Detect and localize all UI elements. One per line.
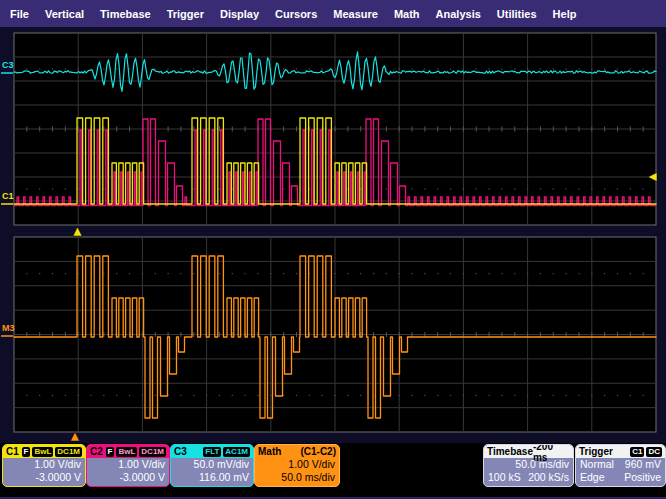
timebase-label: Timebase (487, 446, 533, 457)
dotted-tick (540, 395, 541, 396)
dotted-tick (52, 68, 53, 69)
dotted-tick (26, 395, 27, 396)
dotted-tick (424, 395, 425, 396)
dotted-tick (180, 273, 181, 274)
math-time-per-div: 50.0 ms/div (255, 471, 339, 484)
menu-item-utilities[interactable]: Utilities (489, 8, 545, 20)
dotted-tick (360, 273, 361, 274)
c1-offset: -3.0000 V (3, 471, 85, 484)
dotted-tick (309, 395, 310, 396)
dotted-tick (39, 395, 40, 396)
dotted-tick (283, 188, 284, 189)
dotted-tick (411, 188, 412, 189)
dotted-tick (257, 273, 258, 274)
dotted-tick (514, 188, 515, 189)
dotted-tick (501, 188, 502, 189)
dotted-tick (488, 273, 489, 274)
dotted-tick (437, 273, 438, 274)
dotted-tick (630, 273, 631, 274)
dotted-tick (540, 188, 541, 189)
dotted-tick (103, 68, 104, 69)
timebase-descriptor[interactable]: Timebase -200 ms 50.0 ms/div 100 kS 200 … (483, 444, 574, 487)
c2-label: C2 (90, 446, 103, 457)
dotted-tick (52, 188, 53, 189)
dotted-tick (604, 188, 605, 189)
menu-item-trigger[interactable]: Trigger (159, 8, 212, 20)
dotted-tick (322, 68, 323, 69)
menu-item-math[interactable]: Math (386, 8, 428, 20)
dotted-tick (334, 273, 335, 274)
channel-descriptor-c1[interactable]: C1 FBwLDC1M 1.00 V/div -3.0000 V (2, 444, 86, 487)
dotted-tick (26, 188, 27, 189)
dotted-tick (566, 395, 567, 396)
dotted-tick (347, 68, 348, 69)
waveform-display: C3C1M3 (0, 0, 666, 499)
trigger-time-marker[interactable] (73, 227, 82, 236)
dotted-tick (193, 395, 194, 396)
channel-descriptor-c3[interactable]: C3 FLTAC1M 50.0 mV/div 116.00 mV (170, 444, 254, 487)
dotted-tick (65, 273, 66, 274)
dotted-tick (283, 68, 284, 69)
dotted-tick (180, 188, 181, 189)
dotted-tick (411, 68, 412, 69)
c2-header: C2 FBwLDC1M (87, 445, 169, 458)
c3-badges: FLTAC1M (203, 447, 250, 457)
menu-item-cursors[interactable]: Cursors (267, 8, 325, 20)
dotted-tick (476, 395, 477, 396)
menu-item-timebase[interactable]: Timebase (92, 8, 159, 20)
dotted-tick (553, 68, 554, 69)
dotted-tick (296, 395, 297, 396)
dotted-tick (360, 395, 361, 396)
dotted-tick (411, 395, 412, 396)
dotted-tick (142, 395, 143, 396)
c3-volts-per-div: 50.0 mV/div (171, 458, 253, 471)
dotted-tick (488, 395, 489, 396)
c1-volts-per-div: 1.00 V/div (3, 458, 85, 471)
dotted-tick (245, 68, 246, 69)
dotted-tick (65, 395, 66, 396)
timebase-time-per-div: 50.0 ms/div (484, 458, 573, 471)
trigger-descriptor[interactable]: Trigger C1DC Normal 960 mV Edge Positive (575, 444, 666, 487)
c3-label: C3 (174, 446, 187, 457)
c2-badges: FBwLDC1M (106, 447, 166, 457)
dotted-tick (450, 273, 451, 274)
menu-item-analysis[interactable]: Analysis (428, 8, 489, 20)
dotted-tick (103, 395, 104, 396)
dotted-tick (180, 68, 181, 69)
math-position-marker[interactable] (71, 432, 80, 441)
trace-label-c3: C3 (2, 60, 14, 70)
dotted-tick (501, 68, 502, 69)
channel-descriptor-c2[interactable]: C2 FBwLDC1M 1.00 V/div -3.0000 V (86, 444, 170, 487)
dotted-tick (617, 188, 618, 189)
dotted-tick (578, 395, 579, 396)
c3-header: C3 FLTAC1M (171, 445, 253, 458)
dotted-tick (514, 68, 515, 69)
dotted-tick (553, 188, 554, 189)
menu-item-vertical[interactable]: Vertical (37, 8, 92, 20)
dotted-tick (386, 188, 387, 189)
dotted-tick (463, 273, 464, 274)
dotted-tick (514, 273, 515, 274)
dotted-tick (65, 68, 66, 69)
timebase-samples: 100 kS (488, 471, 521, 484)
status-panel: C1 FBwLDC1M 1.00 V/div -3.0000 V C2 FBwL… (0, 443, 666, 499)
menu-item-file[interactable]: File (2, 8, 37, 20)
dotted-tick (591, 273, 592, 274)
dotted-tick (630, 188, 631, 189)
dotted-tick (463, 68, 464, 69)
dotted-tick (116, 68, 117, 69)
math-descriptor[interactable]: Math (C1-C2) 1.00 V/div 50.0 ms/div (254, 444, 340, 487)
dotted-tick (540, 273, 541, 274)
dotted-tick (103, 273, 104, 274)
menu-item-help[interactable]: Help (545, 8, 585, 20)
dotted-tick (437, 68, 438, 69)
math-header: Math (C1-C2) (255, 445, 339, 458)
dotted-tick (527, 188, 528, 189)
dotted-tick (399, 395, 400, 396)
menu-item-measure[interactable]: Measure (325, 8, 386, 20)
dotted-tick (78, 395, 79, 396)
menu-item-display[interactable]: Display (212, 8, 267, 20)
trigger-level: 960 mV (625, 458, 661, 471)
dotted-tick (591, 395, 592, 396)
dotted-tick (617, 68, 618, 69)
